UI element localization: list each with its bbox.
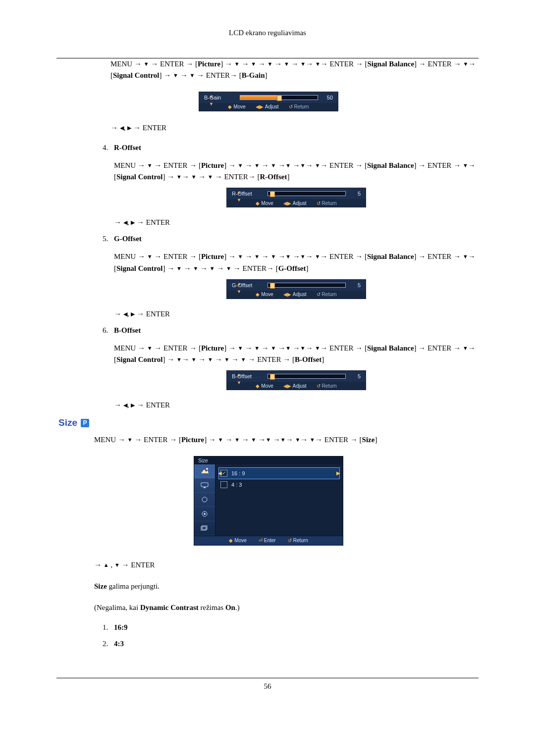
nav-path-goffset: MENU → → ENTER → [Picture] → → → → →→ → … [114, 251, 479, 274]
down-icon [191, 173, 197, 181]
down-icon [144, 60, 149, 68]
menu-label: MENU [110, 60, 132, 68]
svg-rect-2 [204, 487, 206, 488]
bgain-label: B-Gain [242, 71, 265, 79]
caret-up-icon: ▲ [237, 282, 241, 286]
down-icon [463, 344, 468, 352]
sidebar-tab-multi[interactable] [194, 521, 215, 536]
text: (Negalima, kai [94, 604, 140, 611]
list-item-roffset: R-Offset MENU → → ENTER → [Picture] → → … [110, 144, 479, 227]
svg-point-5 [204, 513, 206, 515]
down-icon [226, 264, 231, 272]
picture-label: Picture [198, 60, 220, 68]
signal-balance-label: Signal Balance [367, 252, 414, 260]
caret-down-icon: ▼ [237, 290, 241, 294]
size-menu: Size [194, 456, 343, 546]
size-option-16-9[interactable]: ◀ ✓ 16 : 9 ▶ [218, 467, 340, 479]
sidebar-tab-circle1[interactable] [194, 493, 215, 507]
gear-icon [201, 510, 208, 517]
size-bold: Size [94, 582, 107, 590]
down-icon [176, 173, 182, 181]
down-icon [234, 436, 240, 444]
down-icon [210, 264, 215, 272]
hint-return: ↺Return [317, 201, 337, 206]
hint-move: ◆Move [228, 104, 245, 109]
picture-label: Picture [181, 436, 204, 444]
down-icon [463, 252, 468, 260]
left-icon [120, 124, 124, 132]
down-icon [147, 344, 153, 352]
caret-up-icon: ▲ [209, 94, 214, 99]
osd-slider[interactable] [268, 283, 346, 288]
sidebar-tab-source[interactable] [194, 478, 215, 493]
osd-label: R-Offset [232, 191, 252, 197]
osd-value: 5 [350, 373, 361, 379]
list-item-boffset: B-Offset MENU → → ENTER → [Picture] → → … [110, 326, 479, 410]
dynamic-contrast-bold: Dynamic Contrast [140, 604, 199, 611]
down-icon [268, 60, 273, 68]
left-icon [123, 218, 127, 226]
down-icon [234, 60, 240, 68]
enter-label: ENTER [428, 60, 452, 68]
menu-label: MENU [114, 252, 136, 260]
size-label: Size [362, 436, 375, 444]
text: .) [235, 604, 240, 611]
size-body-2: (Negalima, kai Dynamic Contrast režimas … [58, 602, 479, 613]
p-badge-icon: P [81, 419, 89, 427]
enter-label: ENTER [143, 124, 166, 132]
size-opt-label: 16:9 [114, 623, 128, 631]
down-icon [285, 252, 291, 260]
osd-slider[interactable] [240, 95, 318, 100]
down-icon [271, 161, 276, 169]
enter-label: ENTER [224, 173, 248, 181]
nav-enter-goffset: → , → ENTER [114, 310, 479, 318]
down-icon [310, 436, 315, 444]
svg-point-3 [202, 497, 207, 502]
osd-goffset: ▲ G-Offset ▼ 5 ◆Move ◀▶Adj [226, 279, 366, 299]
size-menu-sidebar [194, 464, 215, 536]
size-title-text: Size [58, 417, 77, 428]
hint-adjust: ◀▶Adjust [283, 383, 307, 389]
nav-enter-roffset: → , → ENTER [114, 218, 479, 227]
size-heading: Size P [58, 417, 479, 428]
enter-label: ENTER [163, 344, 187, 352]
signal-control-label: Signal Control [116, 355, 163, 363]
hint-return: ↺Return [317, 292, 337, 297]
nav-enter-size: → , → ENTER [58, 559, 479, 571]
size-option-4-3[interactable]: 4 : 3 [220, 479, 338, 490]
signal-control-label: Signal Control [116, 264, 163, 272]
size-text: galima perjungti. [107, 582, 160, 590]
down-icon [295, 436, 300, 444]
down-icon [300, 60, 306, 68]
down-icon [191, 355, 197, 363]
down-icon [251, 436, 257, 444]
size-opt-label: 4:3 [114, 640, 124, 648]
enter-label: ENTER [428, 344, 451, 352]
circle-icon [201, 496, 208, 503]
nav-path-roffset: MENU → → ENTER → [Picture] → → → → →→ → … [114, 160, 479, 183]
down-icon [285, 344, 291, 352]
left-icon [123, 401, 127, 409]
right-icon [127, 124, 131, 132]
down-icon [254, 252, 260, 260]
osd-slider[interactable] [268, 374, 346, 379]
enter-label: ENTER [146, 401, 170, 409]
sidebar-tab-picture[interactable] [194, 464, 215, 479]
hint-move: ◆Move [229, 538, 246, 543]
enter-label: ENTER [428, 161, 451, 169]
sidebar-tab-gear[interactable] [194, 507, 215, 521]
osd-slider[interactable] [268, 191, 346, 196]
enter-label: ENTER [160, 60, 184, 68]
down-icon [147, 161, 153, 169]
down-icon [114, 561, 120, 569]
goffset-label: G-Offset [278, 264, 306, 272]
down-icon [271, 344, 276, 352]
page-header: LCD ekrano reguliavimas [56, 29, 479, 37]
boffset-label: B-Offset [295, 355, 321, 363]
up-icon [104, 561, 109, 569]
enter-label: ENTER [163, 252, 187, 260]
svg-point-0 [206, 468, 208, 470]
down-icon [193, 264, 198, 272]
enter-label: ENTER [329, 344, 353, 352]
right-icon [131, 401, 135, 409]
